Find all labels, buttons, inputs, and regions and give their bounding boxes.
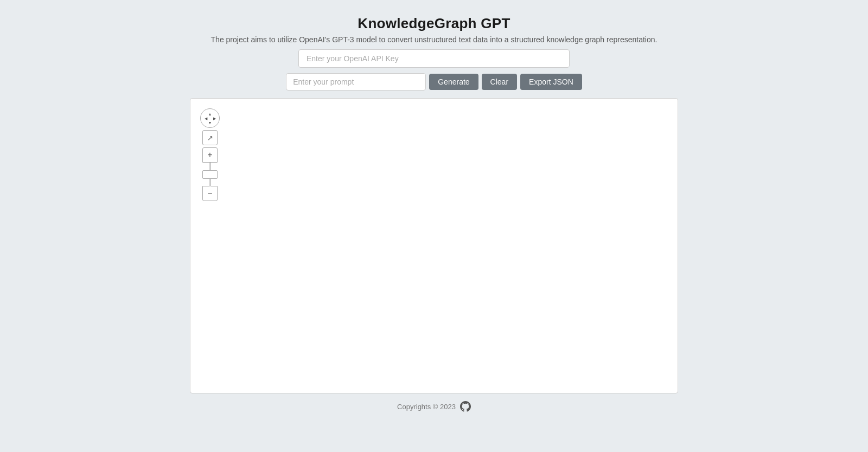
pan-right-icon: ▶: [213, 117, 216, 120]
zoom-slider-track: [209, 163, 211, 186]
page-title: KnowledgeGraph GPT: [211, 15, 658, 32]
prompt-input[interactable]: [286, 73, 426, 91]
fit-button[interactable]: ↗: [202, 130, 218, 145]
api-key-row: [298, 49, 570, 68]
clear-button[interactable]: Clear: [482, 74, 517, 90]
pan-up-icon: ▲: [208, 112, 212, 116]
graph-canvas: ▲ ◀ ▶ ▼ ↗ + −: [190, 98, 678, 393]
pan-left-icon: ◀: [205, 117, 207, 120]
pan-down-icon: ▼: [208, 121, 212, 125]
footer: Copyrights © 2023: [397, 401, 471, 412]
api-key-input[interactable]: [298, 49, 570, 68]
copyright-text: Copyrights © 2023: [397, 403, 456, 411]
graph-controls: ▲ ◀ ▶ ▼ ↗ + −: [200, 108, 220, 201]
generate-button[interactable]: Generate: [429, 74, 478, 90]
zoom-slider-thumb[interactable]: [202, 170, 218, 179]
zoom-in-icon: +: [207, 150, 212, 160]
pan-control[interactable]: ▲ ◀ ▶ ▼: [200, 108, 220, 128]
zoom-out-icon: −: [207, 189, 212, 198]
zoom-in-button[interactable]: +: [202, 147, 218, 163]
zoom-out-button[interactable]: −: [202, 186, 218, 201]
export-json-button[interactable]: Export JSON: [520, 74, 582, 90]
fit-icon: ↗: [207, 134, 213, 142]
header: KnowledgeGraph GPT The project aims to u…: [211, 15, 658, 44]
prompt-row: Generate Clear Export JSON: [286, 73, 582, 91]
github-icon[interactable]: [460, 401, 471, 412]
page-subtitle: The project aims to utilize OpenAI's GPT…: [211, 35, 658, 44]
